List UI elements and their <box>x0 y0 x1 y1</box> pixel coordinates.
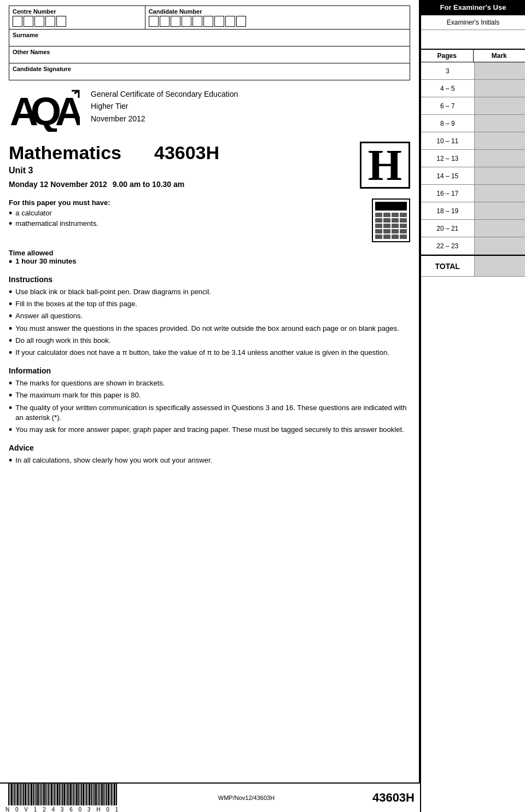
advice-section: Advice •In all calculations, show clearl… <box>9 443 410 465</box>
svg-rect-63 <box>100 784 101 805</box>
instruction-item-0: •Use black ink or black ball-point pen. … <box>9 287 410 297</box>
svg-rect-61 <box>97 784 98 805</box>
svg-rect-49 <box>78 784 79 805</box>
page-row-12-13: 12 – 13 <box>421 150 525 167</box>
svg-rect-19 <box>31 784 32 805</box>
instructions-title: Instructions <box>9 275 410 284</box>
svg-rect-5 <box>10 784 10 805</box>
req-item-2: • mathematical instruments. <box>9 219 363 229</box>
instruction-item-5: •If your calculator does not have a π bu… <box>9 348 410 358</box>
svg-rect-43 <box>68 784 69 805</box>
page-row-16-17: 16 – 17 <box>421 185 525 202</box>
svg-rect-44 <box>70 784 72 805</box>
cert-line1: General Certificate of Secondary Educati… <box>91 88 238 100</box>
svg-rect-21 <box>34 784 35 805</box>
svg-rect-71 <box>113 784 113 805</box>
svg-rect-42 <box>67 784 68 805</box>
svg-rect-17 <box>28 784 29 805</box>
instruction-item-2: •Answer all questions. <box>9 311 410 321</box>
svg-rect-9 <box>16 784 16 805</box>
grade-indicator: H <box>360 142 410 189</box>
advice-item-0: •In all calculations, show clearly how y… <box>9 455 410 465</box>
svg-rect-13 <box>22 784 22 805</box>
svg-rect-47 <box>75 784 75 805</box>
examiner-header: For Examiner's Use <box>421 0 525 15</box>
svg-rect-12 <box>20 784 21 805</box>
svg-rect-56 <box>89 784 90 805</box>
requirements-title: For this paper you must have: <box>9 198 363 207</box>
subject-name: Mathematics <box>9 142 121 163</box>
svg-rect-50 <box>80 784 80 805</box>
svg-rect-16 <box>27 784 27 805</box>
svg-rect-52 <box>83 784 84 805</box>
svg-rect-22 <box>36 784 37 805</box>
instructions-list: •Use black ink or black ball-point pen. … <box>9 287 410 358</box>
svg-rect-58 <box>92 784 93 805</box>
svg-rect-67 <box>106 784 107 805</box>
aqa-logo: A Q A <box>9 88 80 133</box>
req-item-1: • a calculator <box>9 209 363 218</box>
svg-rect-69 <box>110 784 110 805</box>
advice-list: •In all calculations, show clearly how y… <box>9 455 410 465</box>
svg-rect-39 <box>62 784 63 805</box>
svg-rect-55 <box>88 784 88 805</box>
page-row-20-21: 20 – 21 <box>421 220 525 237</box>
svg-rect-25 <box>40 784 42 805</box>
time-title: Time allowed <box>9 249 53 257</box>
svg-rect-20 <box>33 784 34 805</box>
svg-rect-11 <box>19 784 20 805</box>
page-row-4-5: 4 – 5 <box>421 80 525 97</box>
svg-rect-6 <box>11 784 13 805</box>
svg-rect-34 <box>54 784 55 805</box>
cert-info: General Certificate of Secondary Educati… <box>91 88 238 125</box>
footer-code: 43603H <box>372 791 415 805</box>
time-detail: 1 hour 30 minutes <box>15 257 76 265</box>
total-label: TOTAL <box>421 256 475 276</box>
instruction-item-1: •Fill in the boxes at the top of this pa… <box>9 299 410 309</box>
svg-rect-46 <box>73 784 74 805</box>
cert-line2: Higher Tier <box>91 100 238 112</box>
svg-rect-18 <box>30 784 30 805</box>
info-item-1: •The maximum mark for this paper is 80. <box>9 390 410 400</box>
examiner-sidebar: For Examiner's Use Examiner's Initials P… <box>420 0 525 812</box>
svg-rect-29 <box>47 784 48 805</box>
svg-rect-7 <box>13 784 14 805</box>
svg-rect-64 <box>101 784 103 805</box>
svg-rect-65 <box>103 784 104 805</box>
svg-rect-57 <box>91 784 92 805</box>
candidate-number-label: Candidate Number <box>149 8 406 15</box>
svg-rect-33 <box>53 784 54 805</box>
svg-rect-24 <box>39 784 40 805</box>
svg-rect-48 <box>76 784 78 805</box>
barcode-area: N 0 V 1 2 4 3 6 0 3 H 0 1 <box>5 784 120 813</box>
svg-rect-4 <box>8 784 9 805</box>
svg-rect-62 <box>98 784 100 805</box>
exam-time: 9.00 am to 10.30 am <box>113 180 185 189</box>
svg-text:A: A <box>55 90 80 132</box>
info-item-0: •The marks for questions are shown in br… <box>9 378 410 388</box>
other-names-label: Other Names <box>13 49 406 55</box>
page-row-18-19: 18 – 19 <box>421 202 525 220</box>
centre-number-label: Centre Number <box>13 8 142 15</box>
svg-rect-31 <box>50 784 50 805</box>
calculator-icon <box>372 198 410 242</box>
svg-rect-35 <box>56 784 56 805</box>
footer-center-text: WMP/Nov12/43603H <box>120 795 372 801</box>
svg-rect-10 <box>17 784 19 805</box>
svg-rect-38 <box>61 784 61 805</box>
pages-mark-header: Pages Mark <box>421 50 525 62</box>
advice-title: Advice <box>9 443 410 452</box>
total-row: TOTAL <box>421 255 525 277</box>
page-row-10-11: 10 – 11 <box>421 132 525 150</box>
instructions-section: Instructions •Use black ink or black bal… <box>9 275 410 358</box>
time-section: Time allowed • 1 hour 30 minutes <box>9 249 410 266</box>
svg-rect-15 <box>25 784 26 805</box>
svg-rect-68 <box>108 784 109 805</box>
svg-rect-59 <box>94 784 95 805</box>
centre-number-boxes <box>13 16 142 27</box>
svg-rect-66 <box>105 784 106 805</box>
svg-rect-72 <box>114 784 115 805</box>
page-row-8-9: 8 – 9 <box>421 115 525 132</box>
unit-label: Unit 3 <box>9 166 219 176</box>
svg-rect-26 <box>42 784 43 805</box>
